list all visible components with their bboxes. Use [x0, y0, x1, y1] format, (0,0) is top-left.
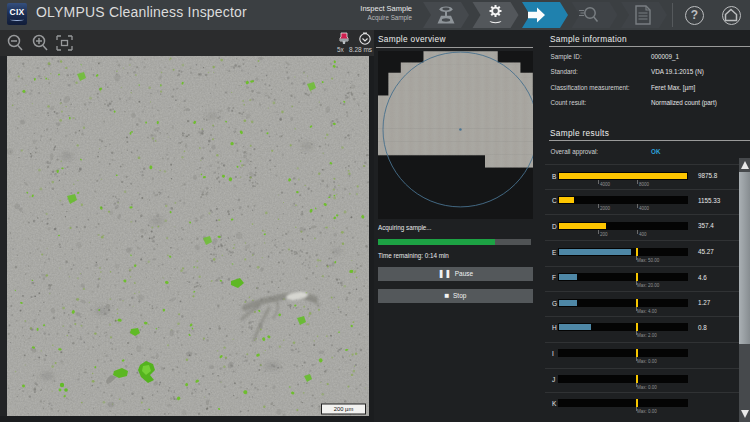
svg-text:200 µm: 200 µm — [334, 406, 354, 412]
